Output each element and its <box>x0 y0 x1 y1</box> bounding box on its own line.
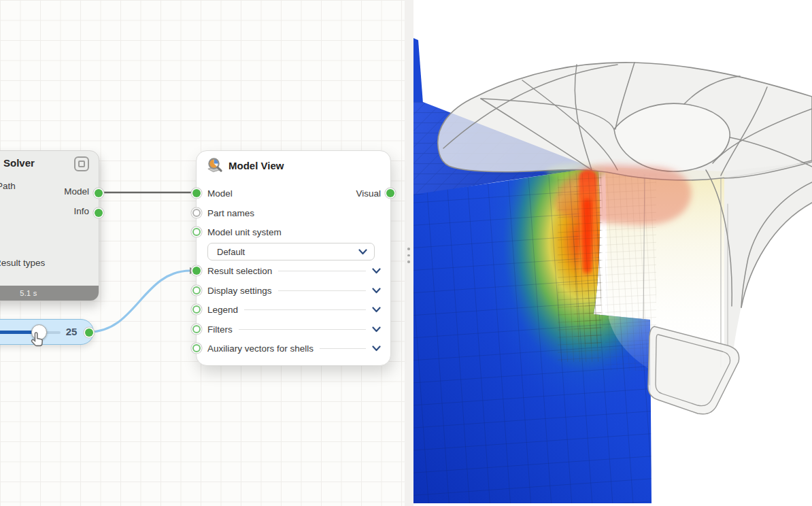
wire-result-selection <box>89 271 190 332</box>
separator-line <box>278 290 366 291</box>
row-auxiliary-vectors-label: Auxiliary vectors for shells <box>207 343 314 354</box>
separator-line <box>244 309 366 310</box>
model-search-icon <box>206 157 223 174</box>
fea-render <box>413 0 812 506</box>
port-filters[interactable] <box>192 325 201 333</box>
solver-input-path-label: Path <box>0 181 16 191</box>
chevron-down-icon[interactable] <box>372 345 381 352</box>
model-view-title: Model View <box>229 160 284 171</box>
model-view-node[interactable]: Model View Model Visual Part names Model… <box>196 150 391 366</box>
port-display-settings[interactable] <box>192 286 201 294</box>
panel-divider[interactable] <box>405 0 413 506</box>
chevron-down-icon <box>358 249 367 255</box>
solver-output-model-label: Model <box>64 186 89 197</box>
solver-result-types-label: Result types <box>0 258 45 268</box>
row-result-selection-label: Result selection <box>207 266 272 276</box>
row-filters[interactable]: Filters <box>207 321 381 337</box>
row-part-names: Part names <box>207 205 381 221</box>
port-model-unit-system[interactable] <box>192 228 201 236</box>
app-window: Solver Path Model Info Result types 5.1 … <box>0 0 812 506</box>
row-display-settings[interactable]: Display settings <box>207 282 381 299</box>
unit-system-dropdown[interactable]: Default <box>207 243 375 260</box>
divider-grip-icon[interactable] <box>407 248 410 263</box>
separator-line <box>278 271 366 271</box>
viewport-3d[interactable] <box>413 0 812 506</box>
slider-node[interactable]: 25 <box>0 319 94 345</box>
solver-port-model[interactable] <box>95 189 103 197</box>
solver-output-info-label: Info <box>73 206 89 216</box>
solver-runtime-badge: 5.1 s <box>0 286 99 301</box>
port-legend[interactable] <box>192 305 201 314</box>
slider-output-port[interactable] <box>85 328 93 337</box>
port-part-names[interactable] <box>192 209 201 217</box>
chevron-down-icon[interactable] <box>372 307 381 313</box>
solver-port-info[interactable] <box>95 209 103 217</box>
chevron-down-icon[interactable] <box>372 326 381 333</box>
solver-node[interactable]: Solver Path Model Info Result types 5.1 … <box>0 150 99 301</box>
row-legend-label: Legend <box>207 305 238 315</box>
port-visual-out[interactable] <box>386 189 394 197</box>
unit-system-dropdown-value: Default <box>217 247 358 257</box>
separator-line <box>320 348 366 349</box>
row-model-unit-system-label: Model unit system <box>207 227 282 237</box>
solver-title: Solver <box>3 157 35 169</box>
row-legend[interactable]: Legend <box>207 301 381 318</box>
row-model-label: Model <box>207 188 233 199</box>
row-filters-label: Filters <box>207 324 233 335</box>
slider-value: 25 <box>61 326 82 337</box>
port-model-in[interactable] <box>192 189 201 197</box>
output-visual-label: Visual <box>356 188 381 199</box>
port-result-selection[interactable] <box>192 267 201 275</box>
row-result-selection[interactable]: Result selection <box>207 263 381 279</box>
row-model-unit-system: Model unit system <box>207 224 381 240</box>
chevron-down-icon[interactable] <box>372 288 381 294</box>
hand-pointer-cursor <box>29 331 48 349</box>
node-editor-canvas[interactable]: Solver Path Model Info Result types 5.1 … <box>0 0 405 506</box>
group-collapse-icon[interactable] <box>74 156 89 171</box>
port-auxiliary-vectors[interactable] <box>192 344 201 352</box>
separator-line <box>239 329 366 330</box>
row-display-settings-label: Display settings <box>207 286 272 296</box>
row-auxiliary-vectors[interactable]: Auxiliary vectors for shells <box>207 340 381 356</box>
chevron-down-icon[interactable] <box>372 268 381 274</box>
row-part-names-label: Part names <box>207 208 254 218</box>
row-model: Model Visual <box>207 185 381 201</box>
